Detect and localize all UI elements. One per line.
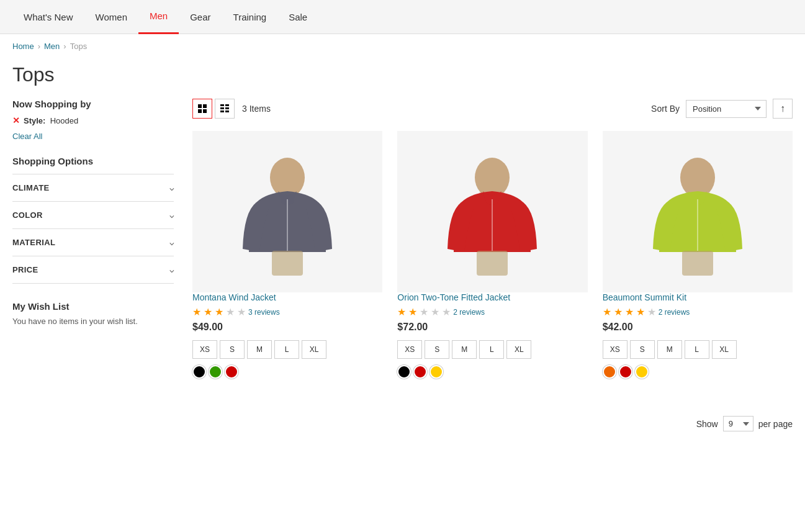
active-filter-label: Style: (24, 116, 45, 125)
color-swatch[interactable] (397, 365, 411, 379)
svg-rect-8 (220, 110, 224, 112)
product-name[interactable]: Orion Two-Tone Fitted Jacket (397, 292, 587, 302)
color-swatch[interactable] (225, 365, 238, 379)
star-1: ★ (192, 306, 201, 318)
grid-view-button[interactable] (192, 99, 212, 119)
color-swatch[interactable] (192, 365, 206, 379)
filter-label: CLIMATE (12, 183, 50, 192)
product-price: $49.00 (192, 322, 382, 333)
filter-header-price[interactable]: PRICE ⌵ (12, 256, 174, 283)
breadcrumb-men[interactable]: Men (44, 42, 60, 51)
star-3: ★ (420, 306, 428, 318)
toolbar-right: Sort By Position Product Name Price ↑ (651, 99, 793, 119)
svg-rect-5 (225, 104, 229, 106)
product-area: 3 Items Sort By Position Product Name Pr… (192, 99, 793, 379)
color-swatch[interactable] (429, 365, 443, 379)
size-btn-m[interactable]: M (657, 340, 682, 359)
sort-select[interactable]: Position Product Name Price (686, 100, 767, 118)
toolbar-left: 3 Items (192, 99, 271, 119)
jacket-svg (238, 140, 337, 283)
size-btn-l[interactable]: L (685, 340, 709, 359)
view-toggle (192, 99, 235, 119)
item-count: 3 Items (242, 104, 271, 114)
size-btn-xl[interactable]: XL (302, 340, 326, 359)
clear-all-link[interactable]: Clear All (12, 132, 42, 141)
filter-section-price: PRICE ⌵ (12, 256, 174, 284)
filter-label: PRICE (12, 265, 38, 274)
filter-header-climate[interactable]: CLIMATE ⌵ (12, 174, 174, 201)
star-5: ★ (442, 306, 451, 318)
page-title: Tops (0, 58, 805, 99)
svg-rect-6 (220, 107, 224, 109)
size-btn-s[interactable]: S (220, 340, 245, 359)
color-options (603, 365, 793, 379)
product-image (397, 131, 587, 292)
breadcrumb-sep2: › (63, 42, 66, 51)
nav-item-training[interactable]: Training (222, 0, 278, 34)
size-btn-xl[interactable]: XL (506, 340, 531, 359)
shopping-options-title: Shopping Options (12, 156, 174, 166)
size-btn-m[interactable]: M (247, 340, 272, 359)
review-count[interactable]: 2 reviews (659, 308, 690, 317)
size-btn-xs[interactable]: XS (192, 340, 217, 359)
svg-rect-9 (225, 110, 229, 112)
star-5: ★ (647, 306, 656, 318)
size-btn-xl[interactable]: XL (712, 340, 737, 359)
product-card-0: Montana Wind Jacket ★★★★★3 reviews $49.0… (192, 131, 382, 379)
svg-rect-3 (203, 109, 207, 113)
size-btn-s[interactable]: S (425, 340, 449, 359)
top-navigation: What's NewWomenMenGearTrainingSale (0, 0, 805, 34)
color-swatch[interactable] (209, 365, 222, 379)
size-btn-l[interactable]: L (479, 340, 504, 359)
filter-section-material: MATERIAL ⌵ (12, 228, 174, 256)
list-icon (220, 104, 230, 114)
chevron-down-icon: ⌵ (169, 211, 174, 220)
show-label: Show (696, 419, 718, 429)
nav-item-gear[interactable]: Gear (179, 0, 222, 34)
filter-section-climate: CLIMATE ⌵ (12, 174, 174, 201)
nav-item-sale[interactable]: Sale (277, 0, 318, 34)
breadcrumb-current: Tops (70, 42, 87, 51)
active-filter-value: Hooded (50, 116, 79, 125)
product-price: $42.00 (603, 322, 793, 333)
active-filter-tag: ✕ Style: Hooded (12, 115, 174, 125)
filter-header-color[interactable]: COLOR ⌵ (12, 202, 174, 228)
nav-item-men[interactable]: Men (138, 0, 179, 34)
remove-filter-button[interactable]: ✕ (12, 115, 20, 125)
size-btn-s[interactable]: S (630, 340, 655, 359)
product-image (603, 131, 793, 292)
color-swatch[interactable] (603, 365, 616, 379)
chevron-down-icon: ⌵ (169, 184, 174, 192)
jacket-svg (443, 140, 542, 283)
product-name[interactable]: Montana Wind Jacket (192, 292, 382, 302)
breadcrumb: Home › Men › Tops (0, 34, 805, 58)
per-page-label: per page (758, 419, 793, 429)
review-count[interactable]: 2 reviews (453, 308, 485, 317)
breadcrumb-home[interactable]: Home (12, 42, 34, 51)
review-count[interactable]: 3 reviews (248, 308, 280, 317)
sidebar: Now Shopping by ✕ Style: Hooded Clear Al… (12, 99, 174, 379)
color-swatch[interactable] (619, 365, 632, 379)
size-btn-xs[interactable]: XS (603, 340, 627, 359)
product-card-2: Beaumont Summit Kit ★★★★★2 reviews $42.0… (603, 131, 793, 379)
now-shopping-label: Now Shopping by (12, 99, 174, 109)
filter-header-material[interactable]: MATERIAL ⌵ (12, 229, 174, 256)
wish-list-empty-text: You have no items in your wish list. (12, 317, 174, 326)
svg-rect-21 (682, 251, 713, 276)
color-swatch[interactable] (635, 365, 649, 379)
size-btn-m[interactable]: M (452, 340, 477, 359)
star-2: ★ (614, 306, 623, 318)
sort-asc-button[interactable]: ↑ (773, 99, 793, 119)
per-page-select[interactable]: 9 15 30 (723, 416, 753, 431)
nav-item-women[interactable]: Women (84, 0, 138, 34)
size-btn-l[interactable]: L (274, 340, 299, 359)
star-rating: ★★★★★3 reviews (192, 306, 382, 318)
product-name[interactable]: Beaumont Summit Kit (603, 292, 793, 302)
size-btn-xs[interactable]: XS (397, 340, 422, 359)
list-view-button[interactable] (215, 99, 235, 119)
jacket-svg (648, 140, 747, 283)
svg-rect-0 (198, 104, 202, 108)
color-swatch[interactable] (413, 365, 427, 379)
nav-item-what's-new[interactable]: What's New (12, 0, 84, 34)
filter-label: COLOR (12, 210, 43, 220)
